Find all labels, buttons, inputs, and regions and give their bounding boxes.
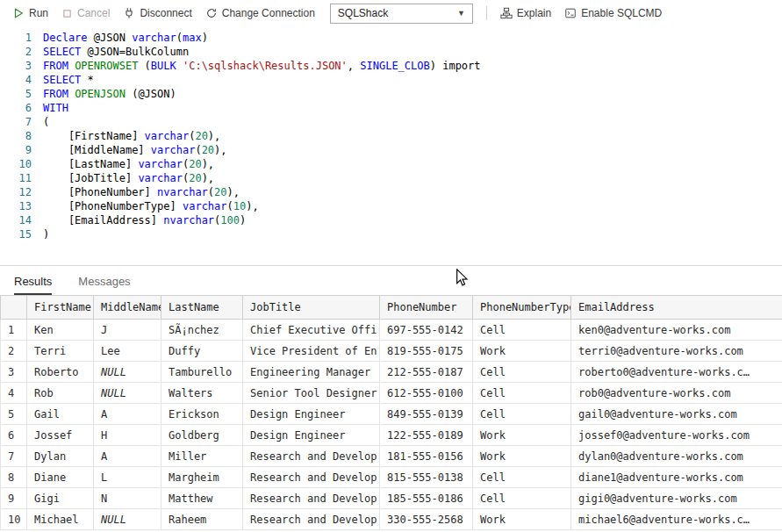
table-cell[interactable]: Cell [473, 488, 571, 509]
row-number[interactable]: 6 [1, 425, 27, 446]
code-line[interactable]: 10 [LastName] varchar(20), [0, 157, 782, 171]
table-cell[interactable]: NULL [94, 362, 161, 383]
row-number[interactable]: 10 [1, 509, 27, 530]
table-cell[interactable]: Engineering Manager [243, 362, 380, 383]
table-cell[interactable]: Cell [473, 320, 571, 341]
column-header-jobtitle[interactable]: JobTitle [243, 296, 380, 320]
enable-sqlcmd-button[interactable]: Enable SQLCMD [564, 7, 662, 19]
grid-corner-cell[interactable] [1, 296, 27, 320]
table-row[interactable]: 5GailAEricksonDesign Engineer849-555-013… [1, 404, 782, 425]
table-row[interactable]: 2TerriLeeDuffyVice President of En819-55… [1, 341, 782, 362]
table-cell[interactable]: A [94, 404, 161, 425]
table-cell[interactable]: Gigi [27, 488, 94, 509]
table-cell[interactable]: Gail [27, 404, 94, 425]
code-line[interactable]: 15) [0, 227, 782, 241]
column-header-emailaddress[interactable]: EmailAddress [571, 296, 782, 320]
table-cell[interactable]: Raheem [161, 509, 243, 530]
table-cell[interactable]: Work [473, 446, 571, 467]
table-cell[interactable]: Research and Develop [243, 488, 380, 509]
table-row[interactable]: 9GigiNMatthewResearch and Develop185-555… [1, 488, 782, 509]
row-number[interactable]: 8 [1, 467, 27, 488]
table-cell[interactable]: ken0@adventure-works.com [571, 320, 782, 341]
table-cell[interactable]: Goldberg [161, 425, 243, 446]
code-line[interactable]: 6WITH [0, 101, 782, 115]
table-row[interactable]: 7DylanAMillerResearch and Develop181-555… [1, 446, 782, 467]
row-number[interactable]: 7 [1, 446, 27, 467]
table-cell[interactable]: Ken [27, 320, 94, 341]
table-row[interactable]: 3RobertoNULLTamburelloEngineering Manage… [1, 362, 782, 383]
table-cell[interactable]: Terri [27, 341, 94, 362]
table-cell[interactable]: Work [473, 341, 571, 362]
table-cell[interactable]: roberto0@adventure-works.c… [571, 362, 782, 383]
table-cell[interactable]: Work [473, 425, 571, 446]
table-cell[interactable]: 122-555-0189 [380, 425, 473, 446]
table-cell[interactable]: 185-555-0186 [380, 488, 473, 509]
table-cell[interactable]: J [94, 320, 161, 341]
code-line[interactable]: 3FROM OPENROWSET (BULK 'C:\sqlshack\Resu… [0, 59, 782, 73]
table-cell[interactable]: dylan0@adventure-works.com [571, 446, 782, 467]
column-header-middlename[interactable]: MiddleName [94, 296, 161, 320]
table-cell[interactable]: Jossef [27, 425, 94, 446]
table-cell[interactable]: Erickson [161, 404, 243, 425]
table-cell[interactable]: jossef0@adventure-works.com [571, 425, 782, 446]
table-cell[interactable]: 330-555-2568 [380, 509, 473, 530]
table-cell[interactable]: Cell [473, 362, 571, 383]
table-cell[interactable]: Matthew [161, 488, 243, 509]
table-cell[interactable]: Lee [94, 341, 161, 362]
code-line[interactable]: 14 [EmailAddress] nvarchar(100) [0, 213, 782, 227]
code-line[interactable]: 7( [0, 115, 782, 129]
table-cell[interactable]: Research and Develop [243, 446, 380, 467]
code-line[interactable]: 11 [JobTitle] varchar(20), [0, 171, 782, 185]
table-cell[interactable]: Cell [473, 404, 571, 425]
table-row[interactable]: 1KenJSÃ¡nchezChief Executive Offi697-555… [1, 320, 782, 341]
code-line[interactable]: 4SELECT * [0, 73, 782, 87]
row-number[interactable]: 1 [1, 320, 27, 341]
code-line[interactable]: 12 [PhoneNumber] nvarchar(20), [0, 185, 782, 199]
tab-messages[interactable]: Messages [78, 275, 130, 295]
table-cell[interactable]: Chief Executive Offi [243, 320, 380, 341]
table-cell[interactable]: 181-555-0156 [380, 446, 473, 467]
table-row[interactable]: 6JossefHGoldbergDesign Engineer122-555-0… [1, 425, 782, 446]
table-cell[interactable]: Design Engineer [243, 404, 380, 425]
table-cell[interactable]: gail0@adventure-works.com [571, 404, 782, 425]
table-cell[interactable]: Tamburello [161, 362, 243, 383]
table-cell[interactable]: 212-555-0187 [380, 362, 473, 383]
table-cell[interactable]: H [94, 425, 161, 446]
table-cell[interactable]: Duffy [161, 341, 243, 362]
change-connection-button[interactable]: Change Connection [205, 7, 315, 19]
table-cell[interactable]: terri0@adventure-works.com [571, 341, 782, 362]
table-cell[interactable]: Cell [473, 467, 571, 488]
row-number[interactable]: 3 [1, 362, 27, 383]
disconnect-button[interactable]: Disconnect [123, 7, 191, 19]
row-number[interactable]: 9 [1, 488, 27, 509]
column-header-lastname[interactable]: LastName [161, 296, 243, 320]
table-cell[interactable]: Walters [161, 383, 243, 404]
table-cell[interactable]: Research and Develop [243, 467, 380, 488]
table-cell[interactable]: 612-555-0100 [380, 383, 473, 404]
column-header-phonenumber[interactable]: PhoneNumber [380, 296, 473, 320]
table-cell[interactable]: 697-555-0142 [380, 320, 473, 341]
table-cell[interactable]: Research and Develop [243, 509, 380, 530]
table-cell[interactable]: Cell [473, 383, 571, 404]
table-cell[interactable]: Roberto [27, 362, 94, 383]
table-cell[interactable]: diane1@adventure-works.com [571, 467, 782, 488]
table-cell[interactable]: SÃ¡nchez [161, 320, 243, 341]
explain-button[interactable]: Explain [500, 7, 551, 19]
table-row[interactable]: 4RobNULLWaltersSenior Tool Designer612-5… [1, 383, 782, 404]
table-row[interactable]: 10MichaelNULLRaheemResearch and Develop3… [1, 509, 782, 530]
connection-dropdown[interactable]: SQLShack ▼ [330, 4, 473, 24]
table-cell[interactable]: NULL [94, 383, 161, 404]
table-cell[interactable]: gigi0@adventure-works.com [571, 488, 782, 509]
column-header-firstname[interactable]: FirstName [27, 296, 94, 320]
table-cell[interactable]: Michael [27, 509, 94, 530]
sql-editor[interactable]: 1Declare @JSON varchar(max)2SELECT @JSON… [0, 26, 782, 265]
table-cell[interactable]: N [94, 488, 161, 509]
table-cell[interactable]: Diane [27, 467, 94, 488]
table-cell[interactable]: Margheim [161, 467, 243, 488]
table-cell[interactable]: 849-555-0139 [380, 404, 473, 425]
code-line[interactable]: 9 [MiddleName] varchar(20), [0, 143, 782, 157]
code-line[interactable]: 5FROM OPENJSON (@JSON) [0, 87, 782, 101]
table-cell[interactable]: 819-555-0175 [380, 341, 473, 362]
table-cell[interactable]: Vice President of En [243, 341, 380, 362]
code-line[interactable]: 1Declare @JSON varchar(max) [0, 31, 782, 45]
